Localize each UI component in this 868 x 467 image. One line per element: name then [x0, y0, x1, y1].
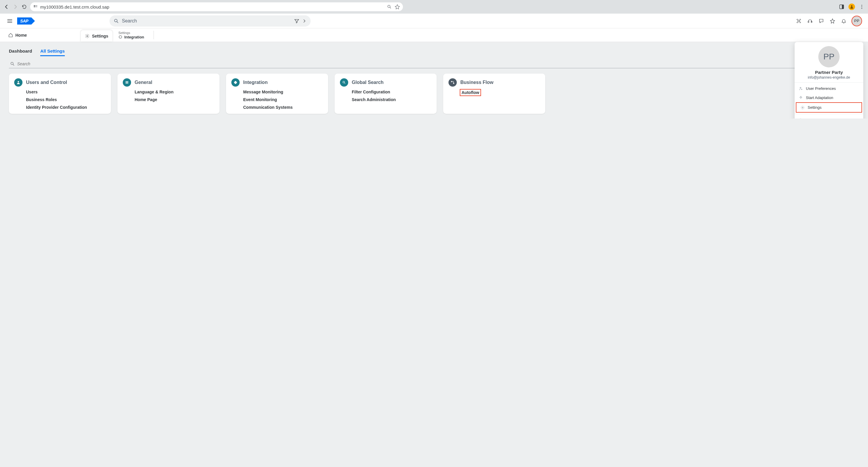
stack-icon: [123, 78, 131, 87]
search-placeholder: Search: [122, 18, 137, 24]
chat-icon[interactable]: [818, 18, 824, 24]
card-integration: Integration Message Monitoring Event Mon…: [226, 74, 328, 114]
svg-point-26: [802, 107, 803, 108]
svg-point-15: [87, 35, 88, 37]
svg-point-17: [18, 81, 19, 82]
url-text: my1000335.de1.test.crm.cloud.sap: [40, 4, 109, 9]
breadcrumb-sub-label: Settings: [118, 31, 144, 35]
svg-point-7: [851, 5, 852, 7]
browser-reload-icon[interactable]: [21, 4, 27, 10]
cards-grid: Users and Control Users Business Roles I…: [9, 74, 859, 114]
popover-user-name: Partner Party: [815, 70, 843, 75]
menu-start-adaptation[interactable]: Start Adaptation: [795, 93, 863, 102]
menu-item-label: Settings: [808, 105, 822, 110]
breadcrumb-settings-tab[interactable]: Settings: [81, 30, 113, 42]
user-menu-popover: PP Partner Party info@johannes-engelke.d…: [795, 42, 863, 119]
gear-icon: [801, 105, 805, 110]
sap-logo[interactable]: SAP: [17, 18, 31, 25]
breadcrumb-home-label: Home: [16, 33, 27, 37]
search-icon: [114, 18, 119, 24]
tab-dashboard[interactable]: Dashboard: [9, 47, 32, 56]
page-tabs: Dashboard All Settings: [9, 47, 859, 56]
menu-item-label: Sign Out: [806, 118, 821, 119]
puzzle-icon: [231, 78, 240, 87]
person-gear-icon: [799, 87, 803, 91]
breadcrumb-home[interactable]: Home: [5, 28, 30, 42]
home-icon: [8, 33, 13, 37]
link-idp-config[interactable]: Identity Provider Configuration: [26, 105, 105, 110]
magnify-icon: [340, 78, 348, 87]
divider: [154, 31, 154, 39]
svg-point-21: [343, 81, 345, 83]
kebab-icon[interactable]: [859, 4, 864, 9]
scan-icon[interactable]: [796, 18, 802, 24]
menu-user-preferences[interactable]: User Preferences: [795, 84, 863, 93]
svg-point-24: [800, 87, 801, 88]
global-search[interactable]: Search: [110, 15, 311, 27]
link-autoflow[interactable]: Autoflow: [460, 90, 480, 96]
app-header: SAP Search PP: [0, 13, 868, 28]
settings-search-row: [9, 60, 859, 68]
link-filter-configuration[interactable]: Filter Configuration: [352, 90, 431, 94]
svg-rect-3: [36, 6, 37, 7]
browser-chrome: my1000335.de1.test.crm.cloud.sap: [0, 0, 868, 13]
svg-rect-0: [34, 5, 35, 6]
link-event-monitoring[interactable]: Event Monitoring: [243, 97, 323, 102]
svg-point-8: [862, 5, 862, 6]
card-users-and-control: Users and Control Users Business Roles I…: [9, 74, 111, 114]
page-content: Dashboard All Settings Users and Control…: [0, 42, 868, 119]
card-general: General Language & Region Home Page: [118, 74, 219, 114]
link-business-roles[interactable]: Business Roles: [26, 97, 105, 102]
browser-forward-icon[interactable]: [12, 4, 18, 10]
menu-item-label: User Preferences: [806, 86, 836, 91]
sign-out-icon: [799, 118, 803, 119]
menu-sign-out[interactable]: Sign Out: [795, 115, 863, 119]
favorite-icon[interactable]: [830, 18, 835, 24]
card-title-label: Global Search: [352, 80, 384, 85]
svg-rect-13: [808, 21, 809, 23]
panel-icon[interactable]: [839, 4, 844, 9]
svg-rect-6: [842, 5, 844, 9]
card-title-label: Business Flow: [460, 80, 493, 85]
gear-icon: [85, 34, 90, 38]
link-search-administration[interactable]: Search Administration: [352, 97, 431, 102]
menu-settings[interactable]: Settings: [797, 103, 862, 112]
card-title-label: Users and Control: [26, 80, 67, 85]
svg-rect-20: [125, 83, 128, 84]
card-title-label: General: [134, 80, 152, 85]
star-icon[interactable]: [395, 4, 400, 9]
svg-point-9: [862, 6, 862, 7]
link-message-monitoring[interactable]: Message Monitoring: [243, 90, 323, 94]
chrome-profile-icon[interactable]: [848, 4, 855, 10]
breadcrumb-integration[interactable]: Settings Integration: [114, 28, 148, 42]
link-language-region[interactable]: Language & Region: [134, 90, 214, 94]
svg-rect-19: [125, 82, 128, 83]
link-communication-systems[interactable]: Communication Systems: [243, 105, 323, 110]
svg-rect-12: [798, 20, 800, 22]
site-settings-icon[interactable]: [33, 4, 38, 9]
tab-all-settings[interactable]: All Settings: [40, 47, 65, 56]
svg-rect-1: [34, 6, 35, 7]
svg-point-25: [801, 89, 802, 90]
headset-icon[interactable]: [807, 18, 813, 24]
search-icon: [10, 62, 15, 66]
svg-rect-2: [36, 5, 37, 6]
card-business-flow: Business Flow Autoflow: [443, 74, 545, 114]
filter-icon[interactable]: [294, 18, 300, 24]
breadcrumb-settings-label: Settings: [92, 34, 108, 38]
browser-back-icon[interactable]: [4, 4, 9, 10]
bell-icon[interactable]: [841, 18, 847, 24]
chevron-right-icon[interactable]: [302, 19, 307, 23]
link-home-page[interactable]: Home Page: [134, 97, 214, 102]
user-avatar-button[interactable]: PP: [852, 16, 862, 26]
sparkle-icon: [799, 96, 803, 100]
address-bar[interactable]: my1000335.de1.test.crm.cloud.sap: [30, 2, 403, 11]
menu-icon[interactable]: [6, 18, 13, 24]
breadcrumb-sub-value: Integration: [124, 35, 144, 39]
link-users[interactable]: Users: [26, 90, 105, 94]
card-global-search: Global Search Filter Configuration Searc…: [335, 74, 437, 114]
settings-search-input[interactable]: [17, 62, 858, 66]
breadcrumb-row: Home Settings Settings Integration: [0, 28, 868, 42]
menu-item-label: Start Adaptation: [806, 96, 833, 100]
zoom-icon[interactable]: [387, 4, 392, 9]
